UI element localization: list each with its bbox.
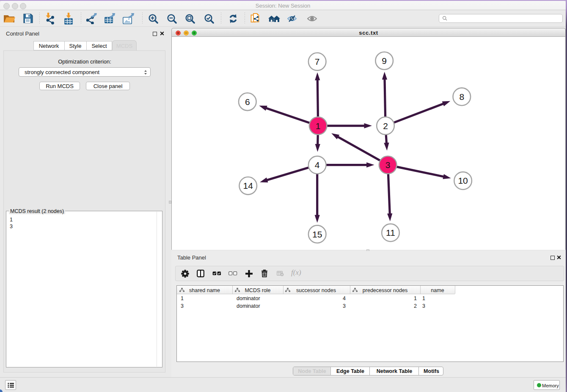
svg-text:15: 15 (312, 229, 322, 239)
svg-text:1: 1 (316, 121, 321, 131)
svg-text:4: 4 (315, 160, 320, 170)
svg-text:10: 10 (458, 176, 468, 185)
svg-text:8: 8 (459, 92, 464, 102)
svg-text:3: 3 (385, 160, 391, 170)
svg-text:2: 2 (383, 121, 388, 131)
svg-text:7: 7 (315, 57, 320, 66)
svg-text:6: 6 (245, 97, 250, 107)
svg-text:9: 9 (382, 56, 387, 66)
svg-text:14: 14 (243, 181, 253, 190)
svg-text:11: 11 (386, 228, 395, 237)
